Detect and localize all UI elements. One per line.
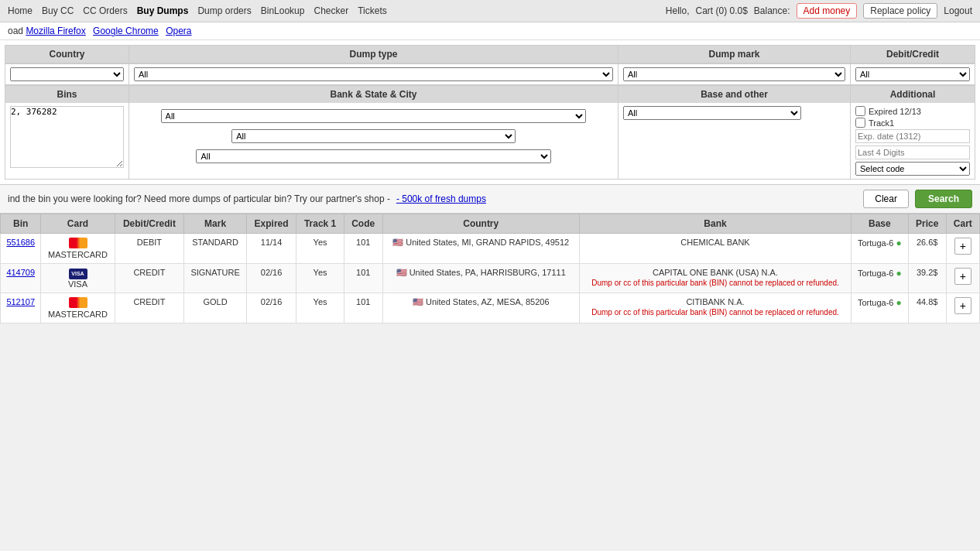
bin-link[interactable]: 551686 bbox=[6, 238, 35, 247]
col-code: Code bbox=[344, 214, 382, 234]
debit-credit-header: Debit/Credit bbox=[851, 46, 975, 63]
bank-note: Dump or cc of this particular bank (BIN)… bbox=[584, 279, 846, 287]
select-code-select[interactable]: Select code bbox=[855, 162, 970, 176]
col-bin: Bin bbox=[1, 214, 41, 234]
dump-type-select[interactable]: All bbox=[134, 67, 613, 81]
nav-cc-orders[interactable]: CC Orders bbox=[83, 5, 127, 16]
nav-dump-orders[interactable]: Dump orders bbox=[197, 5, 251, 16]
mark-cell: STANDARD bbox=[184, 234, 247, 264]
base-active-dot: ● bbox=[896, 268, 901, 279]
results-table: Bin Card Debit/Credit Mark Expired Track… bbox=[0, 214, 980, 323]
dump-type-cell: All bbox=[129, 64, 618, 84]
bank-name: CAPITAL ONE BANK (USA) N.A. bbox=[653, 268, 778, 277]
country-cell: 🇺🇸 United States, PA, HARRISBURG, 17111 bbox=[382, 264, 579, 293]
col-mark: Mark bbox=[184, 214, 247, 234]
add-money-button[interactable]: Add money bbox=[797, 3, 858, 19]
col-country: Country bbox=[382, 214, 579, 234]
country-flag: 🇺🇸 bbox=[413, 297, 423, 306]
card-cell: MASTERCARD bbox=[41, 234, 115, 264]
debit-credit-cell: CREDIT bbox=[115, 264, 184, 293]
bins-header: Bins bbox=[5, 86, 129, 103]
search-button[interactable]: Search bbox=[915, 190, 972, 208]
expired-checkbox[interactable] bbox=[855, 106, 865, 116]
nav-checker[interactable]: Checker bbox=[314, 5, 348, 16]
track1-cell: Yes bbox=[296, 293, 344, 323]
greeting: Hello, bbox=[666, 5, 690, 16]
debit-credit-cell: DEBIT bbox=[115, 234, 184, 264]
debit-credit-cell: CREDIT bbox=[115, 293, 184, 323]
table-header-row: Bin Card Debit/Credit Mark Expired Track… bbox=[1, 214, 980, 234]
add-to-cart-button[interactable]: + bbox=[954, 268, 971, 285]
bank-name: CITIBANK N.A. bbox=[686, 297, 744, 306]
mastercard-icon bbox=[69, 238, 87, 248]
country-select[interactable] bbox=[10, 67, 124, 81]
dump-mark-header: Dump mark bbox=[618, 46, 851, 63]
expired-label: Expired 12/13 bbox=[855, 106, 970, 116]
state-select[interactable]: All bbox=[231, 129, 516, 143]
card-type-label: MASTERCARD bbox=[48, 250, 108, 259]
filter-area: Country Dump type Dump mark Debit/Credit… bbox=[0, 40, 980, 185]
price-cell: 44.8$ bbox=[908, 293, 946, 323]
top-navigation: Home Buy CC CC Orders Buy Dumps Dump ord… bbox=[0, 0, 980, 22]
logout-button[interactable]: Logout bbox=[944, 5, 972, 16]
base-name: Tortuga-6 bbox=[858, 298, 893, 307]
nav-binlookup[interactable]: BinLookup bbox=[261, 5, 305, 16]
balance-label: Balance: bbox=[754, 5, 790, 16]
nav-buy-dumps[interactable]: Buy Dumps bbox=[137, 5, 189, 16]
additional-content-cell: Expired 12/13 Track1 Select code bbox=[851, 103, 975, 179]
dump-mark-select[interactable]: All bbox=[623, 67, 845, 81]
replace-policy-button[interactable]: Replace policy bbox=[863, 3, 937, 19]
nav-buy-cc[interactable]: Buy CC bbox=[42, 5, 74, 16]
additional-header: Additional bbox=[851, 86, 975, 103]
expired-cell: 02/16 bbox=[246, 264, 296, 293]
add-to-cart-button[interactable]: + bbox=[954, 297, 971, 314]
card-type-label: VISA bbox=[68, 279, 87, 289]
filter-content-row: 2, 376282 All All All All bbox=[5, 103, 975, 180]
city-select[interactable]: All bbox=[196, 149, 550, 163]
country-cell: 🇺🇸 United States, MI, GRAND RAPIDS, 4951… bbox=[382, 234, 579, 264]
mark-cell: SIGNATURE bbox=[184, 264, 247, 293]
debit-credit-badge: CREDIT bbox=[133, 268, 165, 277]
last4-input[interactable] bbox=[855, 145, 970, 159]
debit-credit-cell: All bbox=[851, 64, 975, 84]
cart-cell: + bbox=[946, 264, 979, 293]
bank-content-cell: All All All bbox=[129, 103, 618, 179]
visa-icon: VISA bbox=[69, 269, 87, 279]
nav-home[interactable]: Home bbox=[8, 5, 33, 16]
country-name: United States, MI, GRAND RAPIDS, 49512 bbox=[406, 238, 569, 247]
firefox-link[interactable]: Mozilla Firefox bbox=[26, 26, 85, 36]
chrome-link[interactable]: Google Chrome bbox=[93, 26, 159, 36]
card-cell: MASTERCARD bbox=[41, 293, 115, 323]
bank-select[interactable]: All bbox=[161, 109, 587, 123]
expired-cell: 02/16 bbox=[246, 293, 296, 323]
opera-link[interactable]: Opera bbox=[166, 26, 191, 36]
nav-tickets[interactable]: Tickets bbox=[358, 5, 387, 16]
base-cell: Tortuga-6● bbox=[852, 234, 909, 264]
cart-info: Cart (0) 0.0$ bbox=[695, 5, 747, 16]
add-to-cart-button[interactable]: + bbox=[954, 238, 971, 255]
table-body: 551686 MASTERCARD DEBIT STANDARD 11/14 Y… bbox=[1, 234, 980, 323]
bins-textarea[interactable]: 2, 376282 bbox=[10, 106, 124, 168]
base-other-header: Base and other bbox=[618, 86, 851, 103]
clear-button[interactable]: Clear bbox=[863, 190, 909, 208]
track1-cell: Yes bbox=[296, 234, 344, 264]
track1-checkbox[interactable] bbox=[855, 118, 865, 128]
partner-shop-link[interactable]: - 500k of fresh dumps bbox=[396, 193, 486, 204]
track1-cell: Yes bbox=[296, 264, 344, 293]
filter-header-row: Country Dump type Dump mark Debit/Credit bbox=[5, 45, 975, 64]
exp-date-input[interactable] bbox=[855, 129, 970, 143]
expired-cell: 11/14 bbox=[246, 234, 296, 264]
price-cell: 39.2$ bbox=[908, 264, 946, 293]
bank-name: CHEMICAL BANK bbox=[680, 238, 749, 247]
search-bar: ind the bin you were looking for? Need m… bbox=[0, 185, 980, 214]
debit-credit-select[interactable]: All bbox=[855, 67, 970, 81]
base-select[interactable]: All bbox=[623, 106, 801, 120]
card-cell: VISAVISA bbox=[41, 264, 115, 293]
bank-state-city-header: Bank & State & City bbox=[129, 86, 618, 103]
bank-cell: CHEMICAL BANK bbox=[579, 234, 851, 264]
bin-link[interactable]: 414709 bbox=[6, 268, 35, 277]
bin-cell: 414709 bbox=[1, 264, 41, 293]
country-flag: 🇺🇸 bbox=[392, 238, 403, 247]
base-name: Tortuga-6 bbox=[858, 238, 893, 248]
bin-link[interactable]: 512107 bbox=[6, 297, 35, 306]
